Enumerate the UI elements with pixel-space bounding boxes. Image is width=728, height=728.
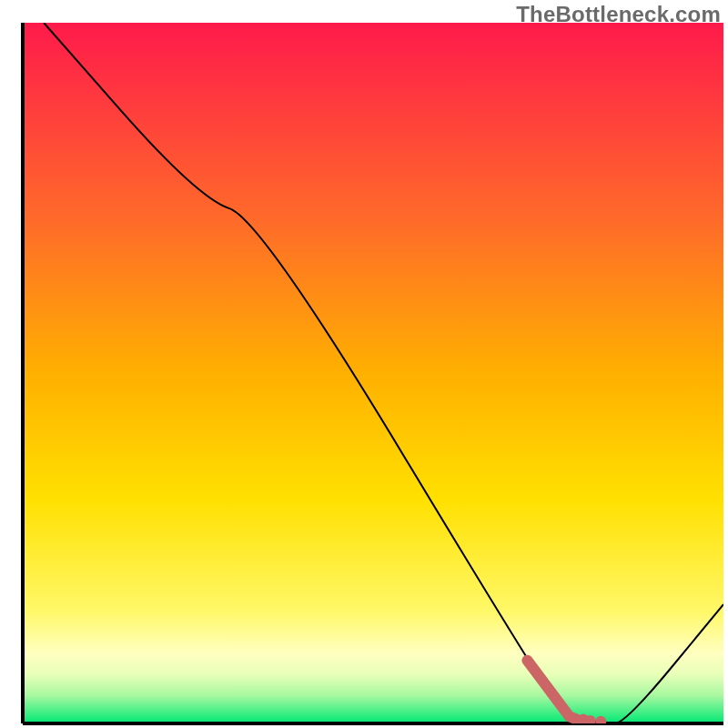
chart-root: TheBottleneck.com xyxy=(0,0,728,728)
chart-svg xyxy=(0,0,728,728)
plot-background xyxy=(23,23,723,723)
